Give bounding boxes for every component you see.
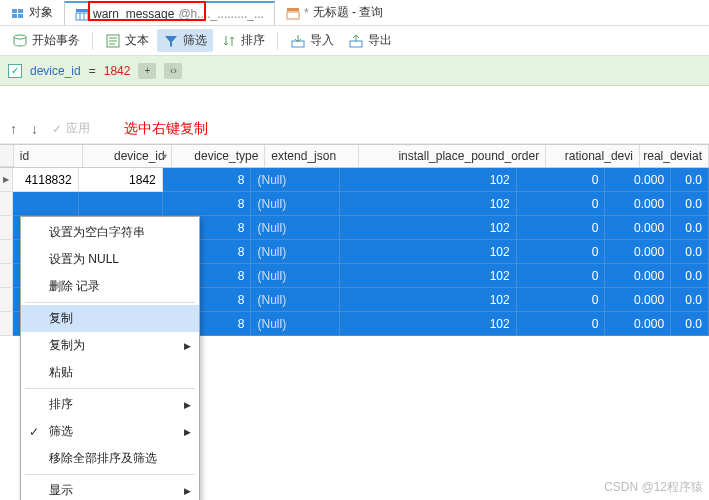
filter-code-button[interactable]: ‹› (164, 63, 182, 79)
svg-rect-4 (76, 9, 88, 12)
context-menu: 设置为空白字符串设置为 NULL删除 记录复制复制为▶粘贴排序▶筛选▶✓移除全部… (20, 216, 200, 500)
cell[interactable]: 8 (163, 192, 252, 216)
filter-button[interactable]: 筛选 (157, 29, 213, 52)
export-button[interactable]: 导出 (342, 29, 398, 52)
apply-button[interactable]: ✓应用 (52, 120, 90, 137)
cell[interactable]: 0.0 (671, 192, 709, 216)
cell[interactable]: 102 (340, 216, 516, 240)
cell[interactable]: 102 (340, 240, 516, 264)
filter-field[interactable]: device_id (30, 64, 81, 78)
annotation-text: 选中右键复制 (124, 120, 208, 138)
cell[interactable]: 0.0 (671, 240, 709, 264)
cell[interactable]: 0.0 (671, 168, 709, 192)
cell[interactable]: 0.000 (605, 168, 671, 192)
tab-objects[interactable]: 对象 (0, 0, 64, 25)
filter-operator[interactable]: = (89, 64, 96, 78)
cell[interactable]: (Null) (251, 264, 340, 288)
cell[interactable]: 0 (517, 168, 606, 192)
cell[interactable]: (Null) (251, 288, 340, 312)
separator (92, 32, 93, 50)
import-button[interactable]: 导入 (284, 29, 340, 52)
cell[interactable]: 8 (163, 168, 252, 192)
begin-transaction-button[interactable]: 开始事务 (6, 29, 86, 52)
filter-add-button[interactable]: + (138, 63, 156, 79)
submenu-arrow-icon: ▶ (184, 341, 191, 351)
cell[interactable]: 102 (340, 288, 516, 312)
col-device-id[interactable]: device_id▼ (83, 145, 172, 167)
next-button[interactable]: ↓ (31, 121, 38, 137)
cell[interactable]: 0.000 (605, 288, 671, 312)
cell[interactable]: (Null) (251, 168, 340, 192)
cell[interactable]: (Null) (251, 192, 340, 216)
cell[interactable]: 0 (517, 192, 606, 216)
cell[interactable]: (Null) (251, 240, 340, 264)
cell[interactable]: (Null) (251, 216, 340, 240)
prev-button[interactable]: ↑ (10, 121, 17, 137)
table-row[interactable]: 8(Null)10200.0000.0 (0, 192, 709, 216)
dirty-marker: * (304, 6, 309, 20)
context-menu-item[interactable]: 筛选▶✓ (21, 418, 199, 445)
context-menu-item[interactable]: 复制 (21, 305, 199, 332)
cell[interactable]: 1842 (79, 168, 163, 192)
table-icon (75, 7, 89, 21)
cell[interactable]: 0 (517, 264, 606, 288)
cell[interactable]: 0.0 (671, 288, 709, 312)
filter-checkbox[interactable]: ✓ (8, 64, 22, 78)
sort-icon (221, 33, 237, 49)
svg-rect-8 (287, 8, 299, 11)
cell[interactable]: 0.000 (605, 192, 671, 216)
menu-separator (25, 302, 195, 303)
cell[interactable]: 0 (517, 288, 606, 312)
table-row[interactable]: ▶411883218428(Null)10200.0000.0 (0, 168, 709, 192)
cell[interactable]: 0.0 (671, 312, 709, 336)
cell[interactable]: 0 (517, 312, 606, 336)
row-marker: ▶ (0, 168, 13, 192)
cell[interactable]: 102 (340, 264, 516, 288)
tab-warn-message[interactable]: warn_message @h...._........._... (64, 1, 275, 25)
filter-value[interactable]: 1842 (104, 64, 131, 78)
tab-untitled-query[interactable]: * 无标题 - 查询 (275, 0, 394, 25)
context-menu-item[interactable]: 粘贴 (21, 359, 199, 386)
context-menu-item[interactable]: 显示▶ (21, 477, 199, 500)
submenu-arrow-icon: ▶ (184, 400, 191, 410)
row-marker (0, 216, 13, 240)
sort-button[interactable]: 排序 (215, 29, 271, 52)
col-rational[interactable]: rational_devi (546, 145, 640, 167)
col-install-place[interactable]: install_place_pound_order (359, 145, 546, 167)
cell[interactable]: (Null) (251, 312, 340, 336)
cell[interactable]: 0.000 (605, 264, 671, 288)
svg-rect-5 (76, 13, 88, 20)
text-icon (105, 33, 121, 49)
tab-bar: 对象 warn_message @h...._........._... * 无… (0, 0, 709, 26)
row-marker (0, 240, 13, 264)
col-real[interactable]: real_deviat (640, 145, 709, 167)
cell[interactable]: 0.000 (605, 216, 671, 240)
cell[interactable]: 4118832 (13, 168, 79, 192)
context-menu-item[interactable]: 复制为▶ (21, 332, 199, 359)
context-menu-item[interactable]: 设置为空白字符串 (21, 219, 199, 246)
watermark: CSDN @12程序猿 (604, 479, 703, 496)
cell[interactable]: 0.0 (671, 216, 709, 240)
col-device-type[interactable]: device_type (172, 145, 266, 167)
col-extend-json[interactable]: extend_json (265, 145, 359, 167)
dropdown-icon: ▼ (161, 152, 169, 161)
context-menu-item[interactable]: 设置为 NULL (21, 246, 199, 273)
cell[interactable]: 0 (517, 216, 606, 240)
cell[interactable] (13, 192, 79, 216)
cell[interactable]: 0.000 (605, 312, 671, 336)
cell[interactable]: 102 (340, 312, 516, 336)
tab-suffix: @h...._........._... (178, 7, 264, 21)
context-menu-item[interactable]: 移除全部排序及筛选 (21, 445, 199, 472)
cell[interactable]: 0 (517, 240, 606, 264)
blank (0, 86, 709, 114)
context-menu-item[interactable]: 删除 记录 (21, 273, 199, 300)
check-icon: ✓ (29, 425, 39, 439)
cell[interactable]: 0.0 (671, 264, 709, 288)
cell[interactable]: 0.000 (605, 240, 671, 264)
context-menu-item[interactable]: 排序▶ (21, 391, 199, 418)
cell[interactable]: 102 (340, 192, 516, 216)
cell[interactable]: 102 (340, 168, 516, 192)
col-id[interactable]: id (14, 145, 83, 167)
text-button[interactable]: 文本 (99, 29, 155, 52)
cell[interactable] (79, 192, 163, 216)
